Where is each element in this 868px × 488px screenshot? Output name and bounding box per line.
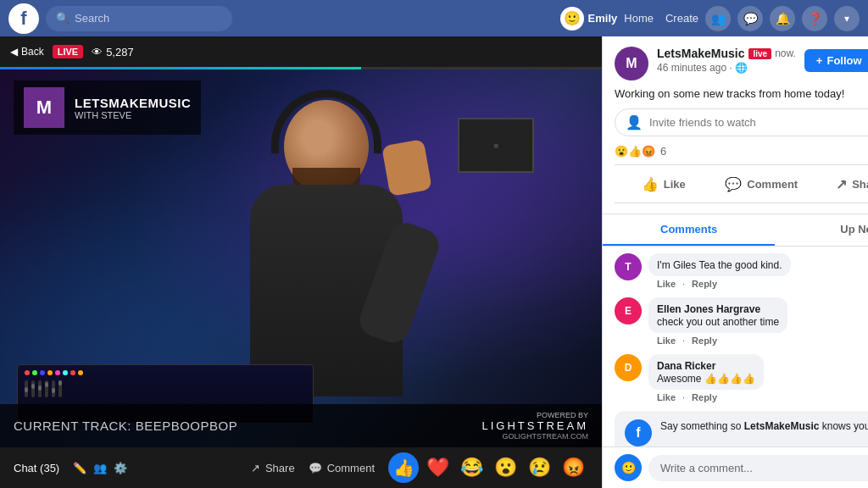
comment-text: check you out another time — [657, 316, 779, 328]
like-action-button[interactable]: 👍 Like — [615, 171, 712, 197]
fb-card-icon-1: f — [625, 419, 652, 446]
create-link[interactable]: Create — [665, 12, 698, 25]
stream-user-row: M LetsMakeMusic live now. 46 minutes ago… — [615, 47, 868, 80]
comment-input-avatar: 🙂 — [615, 454, 642, 481]
angry-emoji-btn[interactable]: 😡 — [558, 452, 588, 483]
monitor-screen: ■ — [458, 118, 534, 173]
messenger-icon[interactable]: 💬 — [737, 6, 763, 31]
like-reaction-icon: 👍 — [628, 145, 642, 158]
like-comment-button[interactable]: Like — [657, 392, 676, 402]
comment-input-box[interactable]: Write a comment... — [648, 455, 868, 481]
like-comment-button[interactable]: Like — [657, 336, 676, 346]
share-action-button[interactable]: ↗ Share — [810, 171, 868, 197]
back-button[interactable]: ◀ Back — [10, 46, 44, 58]
like-thumb-icon: 👍 — [642, 176, 659, 192]
video-panel: ◀ Back LIVE 👁 5,287 ■ — [0, 36, 602, 488]
chat-icons: ✏️ 👥 ⚙️ — [73, 462, 127, 474]
channel-logo: M — [24, 87, 64, 128]
stream-description: Working on some new tracks from home tod… — [615, 87, 868, 100]
friends-icon[interactable]: 👥 — [705, 6, 731, 31]
reply-comment-button[interactable]: Reply — [692, 392, 717, 402]
person-add-icon: 👤 — [626, 114, 643, 130]
invite-input[interactable] — [649, 116, 868, 129]
emoji-reactions: 👍 ❤️ 😂 😮 😢 😡 — [388, 452, 588, 483]
comment-bubble: Ellen Jones Hargrave check you out anoth… — [648, 297, 787, 333]
reply-comment-button[interactable]: Reply — [692, 336, 717, 346]
comment-avatar: D — [615, 354, 642, 381]
main-layout: ◀ Back LIVE 👁 5,287 ■ — [0, 36, 868, 488]
comments-area[interactable]: T I'm Giles Tea the good kind. Like · Re… — [603, 247, 868, 446]
reaction-icons: 😮 👍 😡 — [615, 145, 655, 158]
edit-chat-icon[interactable]: ✏️ — [73, 462, 86, 474]
comment-button[interactable]: 💬 Comment — [309, 462, 375, 474]
comment-label: Comment — [327, 462, 375, 474]
comment-bubble-icon: 💬 — [725, 176, 742, 192]
search-input[interactable] — [75, 12, 210, 25]
comment-action-button[interactable]: 💬 Comment — [712, 171, 810, 197]
brand-name: LIGHTSTREAM — [482, 419, 588, 432]
stream-username[interactable]: LetsMakeMusic — [657, 47, 744, 60]
eye-icon: 👁 — [92, 46, 103, 58]
channel-overlay: M LETSMAKEMUSIC WITH STEVE — [14, 80, 201, 135]
follow-button[interactable]: + Follow — [804, 49, 868, 72]
stream-header: M LetsMakeMusic live now. 46 minutes ago… — [603, 36, 868, 214]
share-arrow-icon: ↗ — [836, 176, 847, 192]
viewer-count-value: 5,287 — [106, 46, 134, 58]
wow-emoji-btn[interactable]: 😮 — [490, 452, 520, 483]
list-item: E Ellen Jones Hargrave check you out ano… — [615, 297, 868, 346]
comment-avatar: E — [615, 297, 642, 324]
plus-icon: + — [816, 54, 823, 67]
track-overlay: CURRENT TRACK: BEEPBOOPBOP POWERED BY LI… — [0, 404, 602, 447]
settings-chat-icon[interactable]: ⚙️ — [114, 462, 127, 474]
reply-comment-button[interactable]: Reply — [692, 279, 717, 289]
stream-avatar: M — [615, 47, 648, 80]
help-icon[interactable]: ❓ — [802, 6, 827, 31]
search-bar[interactable]: 🔍 — [46, 6, 232, 31]
comment-actions: Like · Reply — [657, 392, 764, 402]
chat-tab: Chat (35) — [14, 462, 59, 474]
fb-card-text-after: knows you're here! — [822, 420, 868, 432]
channel-sub: WITH STEVE — [75, 110, 191, 120]
follow-label: Follow — [826, 54, 861, 67]
list-item: T I'm Giles Tea the good kind. Like · Re… — [615, 253, 868, 289]
comment-avatar: T — [615, 253, 642, 280]
track-label: CURRENT TRACK: — [14, 419, 131, 433]
tab-upnext[interactable]: Up Next — [775, 214, 868, 246]
wow-reaction-icon: 😮 — [615, 145, 628, 158]
nav-user[interactable]: 🙂 Emily — [560, 7, 618, 30]
video-topbar: ◀ Back LIVE 👁 5,287 — [0, 36, 602, 67]
home-link[interactable]: Home — [624, 12, 654, 25]
notifications-icon[interactable]: 🔔 — [770, 6, 795, 31]
video-progress-bar[interactable] — [0, 67, 602, 69]
like-comment-button[interactable]: Like — [657, 279, 676, 289]
search-icon: 🔍 — [56, 12, 70, 25]
back-label: Back — [21, 46, 44, 58]
progress-fill — [0, 67, 361, 69]
nav-links: Home Create — [624, 12, 698, 25]
comment-actions: Like · Reply — [657, 336, 787, 346]
right-panel: M LetsMakeMusic live now. 46 minutes ago… — [602, 36, 868, 488]
comment-author: Dana Ricker — [657, 360, 715, 372]
video-area[interactable]: ■ — [0, 67, 602, 447]
reactions-row: 😮 👍 😡 6 — [615, 145, 868, 158]
share-button[interactable]: ↗ Share — [251, 462, 295, 474]
tab-comments[interactable]: Comments — [603, 214, 775, 246]
comment-action-label: Comment — [747, 178, 798, 191]
facebook-logo[interactable]: f — [8, 3, 39, 34]
laugh-emoji-btn[interactable]: 😂 — [456, 452, 487, 483]
invite-row: 👤 — [615, 108, 868, 136]
account-menu-icon[interactable]: ▾ — [834, 6, 860, 31]
like-emoji-btn[interactable]: 👍 — [388, 452, 419, 483]
track-name: BEEPBOOPBOP — [136, 419, 238, 433]
list-item: D Dana Ricker Awesome 👍👍👍👍 Like · Reply — [615, 354, 868, 402]
people-chat-icon[interactable]: 👥 — [93, 462, 107, 474]
share-icon: ↗ — [251, 462, 260, 474]
powered-by-section: POWERED BY LIGHTSTREAM GOLIGHTSTREAM.COM — [482, 411, 588, 441]
avatar: 🙂 — [560, 7, 584, 30]
fb-info-card-1: f Say something so LetsMakeMusic knows y… — [615, 411, 868, 446]
comment-author: Ellen Jones Hargrave — [657, 303, 760, 315]
heart-emoji-btn[interactable]: ❤️ — [422, 452, 453, 483]
stream-live-badge: live — [748, 48, 771, 59]
comment-text: I'm Giles Tea the good kind. — [657, 259, 782, 271]
sad-emoji-btn[interactable]: 😢 — [524, 452, 554, 483]
